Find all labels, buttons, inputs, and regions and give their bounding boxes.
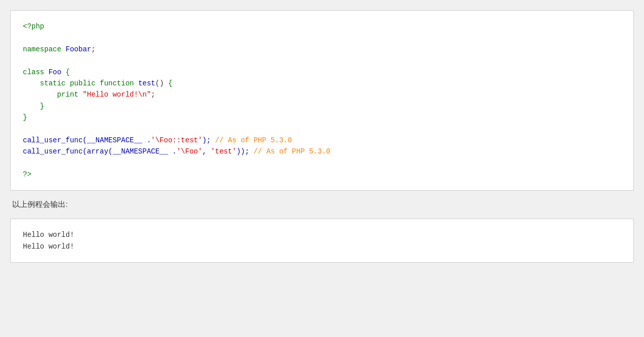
call-line-2: call_user_func(array(__NAMESPACE__ .'\Fo… [23, 147, 330, 156]
code-content: <?php namespace Foobar; class Foo { stat… [23, 21, 621, 180]
namespace-declaration: namespace Foobar; [23, 45, 96, 53]
output-container: Hello world! Hello world! [10, 219, 634, 263]
class-declaration: class Foo { static public function test(… [23, 68, 172, 122]
php-close-tag: ?> [23, 170, 32, 178]
code-container: <?php namespace Foobar; class Foo { stat… [10, 10, 634, 191]
description-text: 以上例程会输出: [10, 191, 634, 219]
output-content: Hello world! Hello world! [23, 229, 621, 252]
php-open-tag: <?php [23, 22, 44, 30]
call-line-1: call_user_func(__NAMESPACE__ .'\Foo::tes… [23, 136, 292, 144]
